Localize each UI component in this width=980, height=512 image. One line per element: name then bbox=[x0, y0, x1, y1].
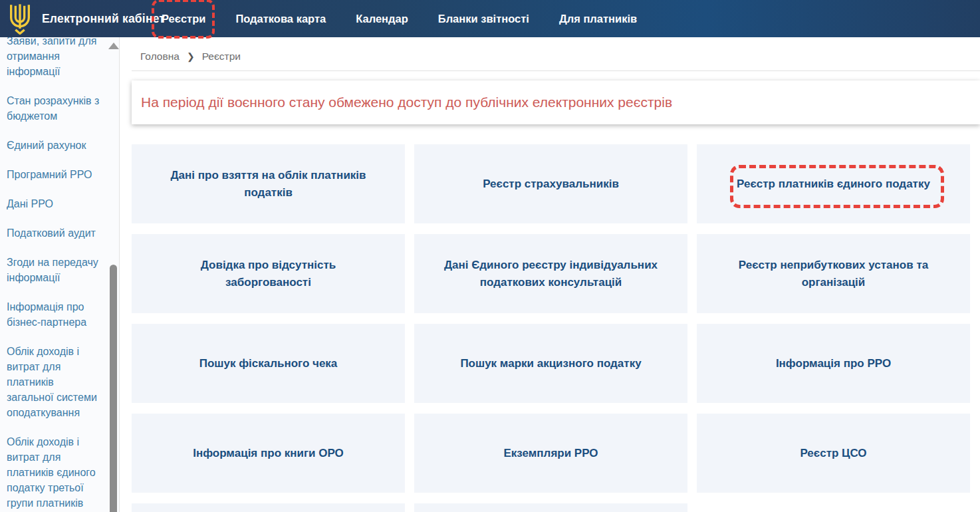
registry-card-label: Пошук фіскального чека bbox=[199, 355, 338, 372]
martial-law-notice: На період дії воєнного стану обмежено до… bbox=[132, 80, 980, 124]
nav-menu-item[interactable]: Реєстри bbox=[162, 10, 205, 28]
registry-card[interactable]: Дані про взяття на облік платників подат… bbox=[132, 144, 405, 223]
tryzub-trident-icon bbox=[7, 3, 33, 35]
registry-card[interactable]: Довідка про відсутність заборгованості bbox=[132, 234, 405, 313]
chevron-right-icon: ❯ bbox=[187, 51, 195, 62]
sidebar-scrollbar[interactable] bbox=[108, 37, 118, 512]
sidebar-item-label: Єдиний рахунок bbox=[7, 140, 86, 151]
registry-card-label: Довідка про відсутність заборгованості bbox=[161, 257, 376, 291]
registry-card[interactable]: Реєстр неприбуткових установ та організа… bbox=[697, 234, 970, 313]
registry-card-partial[interactable] bbox=[132, 503, 405, 512]
nav-item-label: Календар bbox=[356, 13, 408, 25]
sidebar-item-label: Облік доходів і витрат для платників єди… bbox=[7, 436, 96, 512]
registry-card[interactable]: Реєстр ЦСО bbox=[697, 414, 970, 493]
sidebar-item-label: Дані РРО bbox=[7, 198, 53, 209]
sidebar-item[interactable]: Дані РРО bbox=[7, 196, 103, 211]
registry-card-label: Інформація про РРО bbox=[776, 355, 891, 372]
sidebar-item[interactable]: Облік доходів і витрат для платників єди… bbox=[7, 434, 103, 512]
nav-item-label: Реєстри bbox=[162, 13, 205, 25]
sidebar-item-label: Інформація про бізнес-партнера bbox=[7, 301, 86, 328]
registry-card-label: Пошук марки акцизного податку bbox=[460, 355, 641, 372]
main-content: Головна ❯ Реєстри На період дії воєнного… bbox=[120, 37, 980, 512]
sidebar-item-label: Стан розрахунків з бюджетом bbox=[7, 95, 99, 122]
registry-card[interactable]: Реєстр платників єдиного податку bbox=[697, 144, 970, 223]
registry-card-label: Реєстр неприбуткових установ та організа… bbox=[726, 257, 941, 291]
registry-card[interactable]: Пошук марки акцизного податку bbox=[414, 324, 687, 403]
nav-menu-item[interactable]: Бланки звітності bbox=[438, 10, 529, 28]
sidebar-item[interactable]: Стан розрахунків з бюджетом bbox=[7, 93, 103, 124]
registry-card[interactable]: Реєстр страхувальників bbox=[414, 144, 687, 223]
registry-card-label: Дані про взяття на облік платників подат… bbox=[161, 167, 376, 201]
top-nav-bar: Електронний кабінет Реєстри Податкова ка… bbox=[0, 0, 980, 37]
sidebar-item-label: Заяви, запити для отримання інформації bbox=[7, 37, 96, 77]
nav-item-label: Бланки звітності bbox=[438, 13, 529, 25]
registry-card-label: Інформація про книги ОРО bbox=[193, 445, 344, 462]
sidebar-item-label: Програмний РРО bbox=[7, 169, 92, 180]
registry-card[interactable]: Пошук фіскального чека bbox=[132, 324, 405, 403]
sidebar-item[interactable]: Податковий аудит bbox=[7, 225, 103, 241]
nav-menu: Реєстри Податкова карта Календар Бланки … bbox=[162, 10, 637, 28]
breadcrumb-current-page: Реєстри bbox=[202, 51, 241, 63]
registry-card-label: Екземпляри РРО bbox=[503, 445, 598, 462]
registry-card[interactable]: Дані Єдиного реєстру індивідуальних пода… bbox=[414, 234, 687, 313]
nav-menu-item[interactable]: Календар bbox=[356, 10, 408, 28]
nav-menu-item[interactable]: Для платників bbox=[559, 10, 637, 28]
app-title: Електронний кабінет bbox=[42, 12, 165, 26]
sidebar-item-label: Податковий аудит bbox=[7, 227, 96, 239]
sidebar-menu: Заяви, запити для отримання інформації С… bbox=[7, 37, 103, 512]
sidebar-item[interactable]: Програмний РРО bbox=[7, 167, 103, 182]
notice-text: На період дії воєнного стану обмежено до… bbox=[141, 94, 672, 110]
scroll-up-icon[interactable] bbox=[108, 43, 119, 49]
nav-item-label: Податкова карта bbox=[235, 13, 326, 25]
registry-card[interactable]: Інформація про книги ОРО bbox=[132, 414, 405, 493]
registry-card[interactable]: Інформація про РРО bbox=[697, 324, 970, 403]
registry-card-label: Реєстр ЦСО bbox=[800, 445, 866, 462]
app-logo-home-link[interactable]: Електронний кабінет bbox=[0, 3, 155, 35]
registry-card-partial[interactable] bbox=[414, 503, 687, 512]
nav-item-label: Для платників bbox=[559, 13, 637, 25]
registry-card[interactable]: Екземпляри РРО bbox=[414, 414, 687, 493]
sidebar-item[interactable]: Заяви, запити для отримання інформації bbox=[7, 37, 103, 79]
registry-card-label: Дані Єдиного реєстру індивідуальних пода… bbox=[443, 257, 658, 291]
breadcrumb-home-link[interactable]: Головна bbox=[140, 51, 180, 63]
scrollbar-thumb[interactable] bbox=[110, 265, 117, 512]
registry-card-label: Реєстр страхувальників bbox=[483, 176, 619, 193]
nav-menu-item[interactable]: Податкова карта bbox=[235, 10, 326, 28]
sidebar: Заяви, запити для отримання інформації С… bbox=[0, 37, 120, 512]
registry-cards-next-row-clipped bbox=[132, 503, 970, 512]
sidebar-item-label: Згоди на передачу інформації bbox=[7, 257, 98, 283]
registry-cards-grid: Дані про взяття на облік платників подат… bbox=[132, 144, 970, 493]
registry-card-label: Реєстр платників єдиного податку bbox=[737, 176, 930, 193]
sidebar-item[interactable]: Згоди на передачу інформації bbox=[7, 255, 103, 285]
sidebar-item[interactable]: Єдиний рахунок bbox=[7, 138, 103, 153]
sidebar-item[interactable]: Інформація про бізнес-партнера bbox=[7, 299, 103, 330]
sidebar-item[interactable]: Облік доходів і витрат для платників заг… bbox=[7, 344, 103, 420]
sidebar-item-label: Облік доходів і витрат для платників заг… bbox=[7, 346, 97, 418]
breadcrumb: Головна ❯ Реєстри bbox=[132, 37, 980, 71]
